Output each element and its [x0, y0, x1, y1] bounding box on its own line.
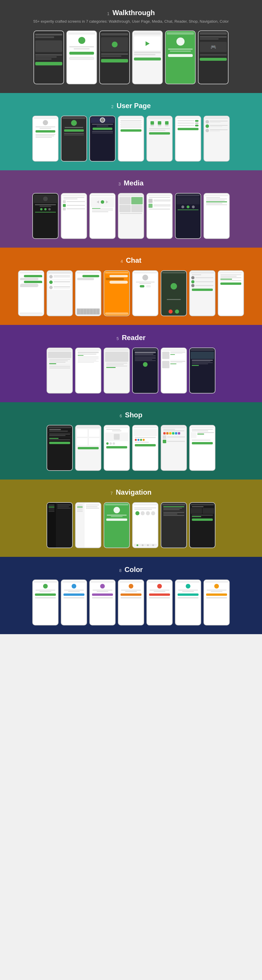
phone-shop-5	[161, 425, 187, 471]
phone-nav-3	[104, 502, 130, 548]
phone-user-6	[175, 116, 201, 162]
phone-chat-5	[132, 270, 158, 316]
phone-reader-1	[46, 348, 73, 393]
section-7-header: 7 Navigation	[6, 488, 256, 496]
section-3-number-title: 3 Media	[6, 179, 256, 187]
phone-user-5	[147, 116, 173, 162]
section-1-number: 1	[107, 11, 109, 16]
section-8-number-title: 8 Color	[6, 566, 256, 574]
phone-color-5	[147, 579, 173, 625]
navigation-phones-row	[6, 502, 256, 548]
phone-color-4	[118, 579, 144, 625]
section-6-header: 6 Shop	[6, 411, 256, 419]
user-page-phones-row	[6, 116, 256, 162]
phone-shop-4	[132, 425, 158, 471]
section-2-title: User Page	[117, 102, 150, 110]
phone-media-6	[175, 193, 201, 239]
section-1-header: 1 Walkthrough 55+ expertly crafted scree…	[6, 9, 256, 25]
phone-chat-3	[75, 270, 101, 316]
phone-reader-4	[132, 348, 158, 393]
phone-walkthrough-1	[34, 30, 64, 84]
section-3-number: 3	[118, 181, 121, 186]
phone-nav-6	[189, 502, 216, 548]
phone-chat-7	[189, 270, 216, 316]
phone-color-1	[32, 579, 59, 625]
phone-nav-5	[161, 502, 187, 548]
section-7-number-title: 7 Navigation	[6, 488, 256, 496]
section-4-number: 4	[120, 259, 123, 264]
phone-chat-2	[46, 270, 73, 316]
section-8-header: 8 Color	[6, 566, 256, 574]
phone-nav-4	[132, 502, 158, 548]
phone-color-6	[175, 579, 201, 625]
phone-user-1	[32, 116, 59, 162]
section-7-number: 7	[110, 491, 113, 496]
section-navigation: 7 Navigation	[0, 479, 262, 557]
phone-walkthrough-6: 🎮	[198, 30, 228, 84]
phone-walkthrough-5	[165, 30, 196, 84]
section-5-title: Reader	[122, 334, 145, 342]
color-phones-row	[6, 579, 256, 625]
section-8-number: 8	[119, 568, 122, 573]
phone-shop-3	[104, 425, 130, 471]
phone-nav-2	[75, 502, 101, 548]
section-2-number-title: 2 User Page	[6, 102, 256, 110]
phone-media-4	[118, 193, 144, 239]
section-4-header: 4 Chat	[6, 256, 256, 264]
section-6-title: Shop	[125, 411, 142, 419]
section-1-subtitle: 55+ expertly crafted screens in 7 catego…	[6, 19, 256, 25]
shop-phones-row	[6, 425, 256, 471]
section-4-title: Chat	[126, 256, 141, 264]
media-phones-row	[6, 193, 256, 239]
phone-chat-4	[104, 270, 130, 316]
phone-user-4	[118, 116, 144, 162]
phone-chat-6	[161, 270, 187, 316]
phone-user-2	[61, 116, 87, 162]
phone-media-1	[32, 193, 59, 239]
phone-reader-5	[161, 348, 187, 393]
phone-walkthrough-2	[66, 30, 97, 84]
phone-walkthrough-4	[132, 30, 163, 84]
section-shop: 6 Shop	[0, 402, 262, 479]
section-user-page: 2 User Page	[0, 93, 262, 170]
phone-color-7	[203, 579, 230, 625]
phone-chat-8	[218, 270, 244, 316]
phone-shop-1	[46, 425, 73, 471]
section-5-header: 5 Reader	[6, 334, 256, 342]
section-2-header: 2 User Page	[6, 102, 256, 110]
phone-chat-1	[18, 270, 44, 316]
phone-user-3	[89, 116, 115, 162]
section-walkthrough: 1 Walkthrough 55+ expertly crafted scree…	[0, 0, 262, 93]
phone-user-7	[203, 116, 230, 162]
section-3-title: Media	[124, 179, 144, 187]
section-color: 8 Color	[0, 557, 262, 634]
section-reader: 5 Reader	[0, 325, 262, 402]
phone-reader-2	[75, 348, 101, 393]
reader-phones-row	[6, 348, 256, 393]
chat-phones-row	[6, 270, 256, 316]
section-media: 3 Media	[0, 170, 262, 248]
section-5-number: 5	[117, 336, 119, 341]
phone-color-3	[89, 579, 115, 625]
phone-nav-1	[46, 502, 73, 548]
section-6-number-title: 6 Shop	[6, 411, 256, 419]
section-2-number: 2	[111, 104, 113, 109]
phone-reader-6	[189, 348, 216, 393]
section-5-number-title: 5 Reader	[6, 334, 256, 342]
phone-media-3	[89, 193, 115, 239]
phone-media-5	[147, 193, 173, 239]
phone-media-7	[203, 193, 230, 239]
phone-walkthrough-3	[99, 30, 130, 84]
phone-reader-3	[104, 348, 130, 393]
phone-shop-6	[189, 425, 216, 471]
section-8-title: Color	[125, 566, 143, 573]
phone-media-2	[61, 193, 87, 239]
section-4-number-title: 4 Chat	[6, 256, 256, 264]
walkthrough-phones-row: 🎮	[6, 30, 256, 84]
section-1-title: Walkthrough	[112, 9, 155, 17]
section-7-title: Navigation	[116, 488, 152, 496]
phone-shop-2	[75, 425, 101, 471]
section-chat: 4 Chat	[0, 248, 262, 325]
phone-color-2	[61, 579, 87, 625]
section-1-number-title: 1 Walkthrough	[6, 9, 256, 17]
